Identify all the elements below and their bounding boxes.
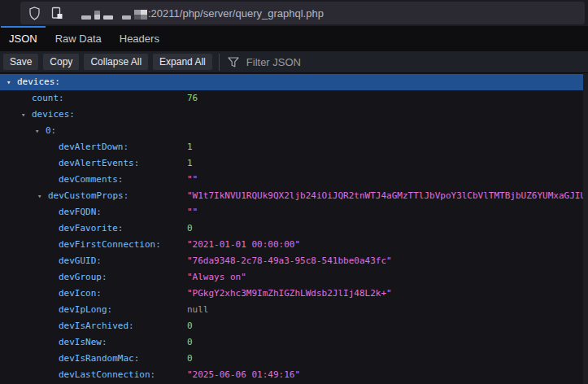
- json-key: devGUID:: [59, 255, 102, 266]
- json-viewer-tabs: JSON Raw Data Headers: [0, 26, 588, 51]
- json-value: 1: [187, 139, 193, 155]
- browser-chrome: :20211/php/server/query_graphql.php: [0, 0, 588, 26]
- json-value: 0: [187, 318, 193, 334]
- expander-triangle-icon[interactable]: ▾: [7, 74, 17, 90]
- expander-triangle-icon[interactable]: ▾: [35, 123, 46, 139]
- copy-button[interactable]: Copy: [43, 54, 79, 70]
- json-key: devIsRandomMac:: [59, 353, 139, 364]
- funnel-icon: [228, 57, 239, 68]
- json-row-devComments[interactable]: ▾devComments: "": [0, 172, 583, 188]
- json-value: 0: [187, 220, 193, 237]
- expand-all-button[interactable]: Expand All: [153, 54, 212, 70]
- expander-triangle-icon[interactable]: ▾: [21, 107, 32, 123]
- toolbar-separator: [219, 54, 220, 71]
- json-row-devAlertEvents[interactable]: ▾devAlertEvents: 1: [0, 155, 583, 172]
- json-row-devFQDN[interactable]: ▾devFQDN: "": [0, 204, 583, 220]
- json-row-devFavorite[interactable]: ▾devFavorite: 0: [0, 220, 583, 237]
- json-key: devFirstConnection:: [59, 239, 161, 250]
- json-value: "": [187, 204, 198, 220]
- json-key: devices:: [17, 76, 60, 87]
- json-key: devFQDN:: [59, 207, 102, 217]
- json-row-devices-root[interactable]: ▾devices:: [0, 74, 583, 90]
- json-key: devAlertEvents:: [59, 158, 139, 168]
- shield-icon[interactable]: [28, 7, 41, 20]
- json-row-index-0[interactable]: ▾0:: [0, 123, 583, 139]
- json-row-devIsArchived[interactable]: ▾devIsArchived: 0: [0, 318, 583, 334]
- json-value: "2021-01-01 00:00:00": [187, 237, 300, 253]
- json-row-devCustomProps[interactable]: ▾devCustomProps: "W1t7IkNVU1RQUk9QX2ljb2…: [0, 188, 583, 204]
- json-key: devFavorite:: [59, 223, 123, 233]
- collapse-all-button[interactable]: Collapse All: [84, 54, 148, 70]
- json-key: devIsNew:: [59, 337, 107, 347]
- json-key: devCustomProps:: [48, 190, 128, 201]
- json-row-devIcon[interactable]: ▾devIcon: "PGkgY2xhc3M9ImZhIGZhLWdsb2JlI…: [0, 286, 583, 302]
- json-key: devices:: [32, 109, 75, 120]
- json-value: null: [187, 302, 209, 318]
- json-row-devGroup[interactable]: ▾devGroup: "Always on": [0, 269, 583, 286]
- vertical-scrollbar[interactable]: [583, 73, 588, 384]
- json-value: 1: [187, 155, 193, 172]
- json-key: devIcon:: [59, 288, 102, 299]
- json-row-devIpLong[interactable]: ▾devIpLong: null: [0, 302, 583, 318]
- json-value: 76: [187, 90, 198, 107]
- json-value: "PGkgY2xhc3M9ImZhIGZhLWdsb2JlIj48L2k+": [187, 286, 392, 302]
- json-row-devAlertDown[interactable]: ▾devAlertDown: 1: [0, 139, 583, 155]
- tab-raw-data[interactable]: Raw Data: [47, 26, 110, 51]
- json-row-devFirstConnection[interactable]: ▾devFirstConnection: "2021-01-01 00:00:0…: [0, 237, 583, 253]
- json-key: devLastConnection:: [59, 369, 155, 380]
- save-button[interactable]: Save: [3, 54, 38, 70]
- json-row-devices-array[interactable]: ▾devices:: [0, 107, 583, 123]
- url-bar[interactable]: :20211/php/server/query_graphql.php: [20, 2, 585, 24]
- json-value: "2025-06-06 01:49:16": [187, 367, 300, 383]
- json-toolbar: Save Copy Collapse All Expand All: [0, 51, 588, 73]
- json-row-devLastConnection[interactable]: ▾devLastConnection: "2025-06-06 01:49:16…: [0, 367, 583, 383]
- json-key: devComments:: [59, 174, 123, 185]
- redacted-host: [81, 10, 147, 20]
- tab-json[interactable]: JSON: [1, 26, 46, 51]
- json-value: "": [187, 172, 198, 188]
- json-key: count:: [32, 93, 64, 103]
- json-value: "76da9348-2c78-49a3-95c8-541bbe0a43fc": [187, 253, 392, 269]
- tab-headers[interactable]: Headers: [111, 26, 168, 51]
- filter-json-input[interactable]: [245, 55, 362, 69]
- json-key: devAlertDown:: [59, 142, 128, 152]
- json-value: "W1t7IkNVU1RQUk9QX2ljb24iOiJQR2tnWTJ4aGM…: [187, 188, 583, 204]
- json-row-devIsNew[interactable]: ▾devIsNew: 0: [0, 334, 583, 351]
- json-row-devGUID[interactable]: ▾devGUID: "76da9348-2c78-49a3-95c8-541bb…: [0, 253, 583, 269]
- page-icon[interactable]: [51, 7, 63, 20]
- json-value: 0: [187, 351, 193, 367]
- json-key: devIsArchived:: [59, 321, 134, 331]
- json-value: 0: [187, 334, 193, 351]
- url-text[interactable]: :20211/php/server/query_graphql.php: [148, 7, 324, 20]
- json-key: 0:: [46, 125, 56, 136]
- json-value: "Always on": [187, 269, 246, 286]
- json-tree: ▾devices: ▾count: 76 ▾devices: ▾0: ▾devA…: [0, 73, 583, 383]
- json-key: devIpLong:: [59, 304, 112, 315]
- json-content: ▾devices: ▾count: 76 ▾devices: ▾0: ▾devA…: [0, 73, 588, 384]
- json-row-count[interactable]: ▾count: 76: [0, 90, 583, 107]
- json-row-devIsRandomMac[interactable]: ▾devIsRandomMac: 0: [0, 351, 583, 367]
- expander-triangle-icon[interactable]: ▾: [37, 188, 48, 204]
- json-key: devGroup:: [59, 272, 107, 282]
